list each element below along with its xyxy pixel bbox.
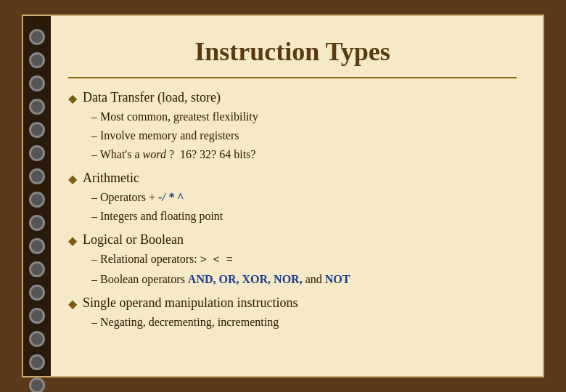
bullet-single-operand: ◆ Single operand manipulation instructio… [68,295,517,331]
spiral-ring [29,52,45,68]
operators: -/ * ^ [158,191,184,203]
sub-bullets-logical: Relational operators: > < = Boolean oper… [91,250,517,288]
sub-bullet-item: Operators + -/ * ^ [91,189,517,206]
bullet-main-text: Data Transfer (load, store) [83,90,221,105]
spiral-ring [29,261,45,277]
sub-bullet-item: Most common, greatest flexibility [91,108,517,126]
sub-bullets-single: Negating, decrementing, incrementing [91,314,517,331]
bullet-diamond-icon: ◆ [68,297,77,311]
bullet-main-item: ◆ Data Transfer (load, store) [68,90,517,105]
spiral-ring [29,377,45,392]
sub-bullet-item: Boolean operators AND, OR, XOR, NOR, and… [91,271,517,288]
bullet-arithmetic: ◆ Arithmetic Operators + -/ * ^ Integers… [68,171,517,225]
bullet-main-text: Single operand manipulation instructions [83,295,298,311]
sub-bullets-data-transfer: Most common, greatest flexibility Involv… [91,108,517,163]
spiral-ring [29,331,45,347]
spiral-ring [29,122,45,138]
bullet-main-text: Logical or Boolean [83,232,184,248]
spiral-ring [29,145,45,161]
spiral-ring [29,238,45,254]
spiral-ring [29,99,45,115]
bullet-main-item: ◆ Logical or Boolean [68,232,517,248]
spiral-ring [29,168,45,184]
spiral-ring [29,192,45,208]
bullet-logical: ◆ Logical or Boolean Relational operator… [68,232,517,288]
spiral-binding [23,16,51,376]
sub-bullet-item: Negating, decrementing, incrementing [91,314,517,331]
spiral-ring [29,308,45,324]
bullet-main-text: Arithmetic [83,171,139,186]
sub-bullets-arithmetic: Operators + -/ * ^ Integers and floating… [91,189,517,225]
bullet-diamond-icon: ◆ [68,91,77,105]
slide-title: Instruction Types [68,36,517,67]
italic-word: word [143,148,166,160]
not-op: NOT [325,273,350,285]
bullet-diamond-icon: ◆ [68,234,77,248]
spiral-ring [29,285,45,301]
spiral-ring [29,354,45,370]
boolean-ops: AND, OR, XOR, NOR, [188,273,303,285]
sub-bullet-item: What's a word ? 16? 32? 64 bits? [91,146,517,163]
sub-bullet-item: Involve memory and registers [91,127,517,144]
bullet-data-transfer: ◆ Data Transfer (load, store) Most commo… [68,90,517,163]
spiral-ring [29,75,45,91]
spiral-ring [29,29,45,45]
relational-ops: > < = [200,254,233,266]
slide: Instruction Types ◆ Data Transfer (load,… [22,15,544,377]
sub-bullet-item: Relational operators: > < = [91,250,517,269]
title-divider [68,77,517,78]
slide-content: Instruction Types ◆ Data Transfer (load,… [51,16,543,376]
bullet-main-item: ◆ Single operand manipulation instructio… [68,295,517,311]
sub-bullet-item: Integers and floating point [91,208,517,225]
spiral-ring [29,215,45,231]
bullet-main-item: ◆ Arithmetic [68,171,517,186]
bullet-diamond-icon: ◆ [68,172,77,186]
